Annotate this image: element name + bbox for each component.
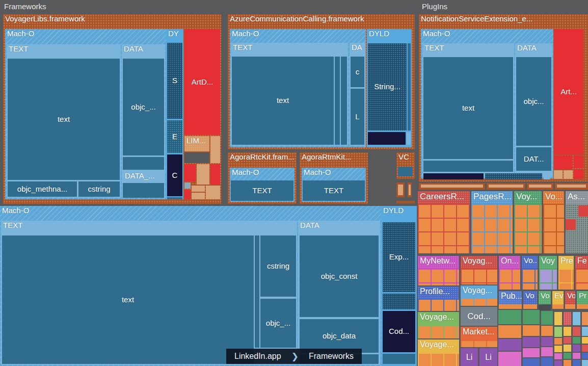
treemap-cell[interactable] — [407, 132, 411, 145]
node-fe[interactable]: Fe — [575, 256, 588, 269]
node-vo[interactable]: Vo — [565, 291, 575, 304]
node-voyage-bundle[interactable]: Voyage... — [418, 312, 459, 325]
breadcrumb-item-section[interactable]: Frameworks — [301, 349, 362, 364]
node-text-section[interactable]: text — [8, 59, 120, 180]
node-ev[interactable]: Ev — [552, 291, 564, 304]
treemap-cell[interactable] — [564, 345, 571, 352]
treemap-cell[interactable] — [197, 164, 209, 185]
node-l[interactable]: L — [351, 89, 364, 145]
treemap-cell[interactable] — [255, 236, 259, 348]
treemap-cell[interactable] — [554, 353, 562, 359]
treemap-cell[interactable] — [514, 204, 542, 253]
node-pre[interactable]: Pre — [558, 256, 574, 269]
node-art[interactable]: Art... — [554, 29, 583, 154]
treemap-cell[interactable] — [335, 57, 340, 145]
breadcrumb-item-app[interactable]: LinkedIn.app — [226, 349, 289, 364]
treemap-cell[interactable] — [539, 304, 551, 310]
node-code-signature[interactable]: Cod... — [383, 311, 415, 352]
treemap-cell[interactable] — [498, 310, 521, 324]
treemap-cell[interactable] — [418, 204, 470, 253]
treemap-cell[interactable] — [554, 155, 573, 169]
treemap-cell[interactable] — [577, 304, 588, 309]
treemap-cell[interactable] — [383, 354, 415, 364]
treemap-cell[interactable] — [582, 345, 588, 352]
node-string[interactable]: String... — [368, 43, 407, 130]
treemap-cell[interactable] — [184, 164, 196, 181]
treemap-cell[interactable] — [573, 312, 580, 325]
node-lim[interactable]: LIM... — [184, 136, 209, 151]
treemap-cell[interactable] — [541, 326, 553, 336]
treemap-cell[interactable] — [544, 173, 550, 179]
treemap-cell[interactable] — [543, 204, 564, 253]
node-text-section[interactable]: text — [423, 57, 513, 159]
treemap-cell[interactable] — [485, 173, 542, 179]
treemap-cell[interactable] — [575, 269, 588, 290]
treemap-cell[interactable] — [573, 345, 580, 352]
node-vo[interactable]: Vo — [539, 291, 551, 304]
node-voy-bundle[interactable]: Voy... — [514, 191, 542, 204]
treemap-cell[interactable] — [123, 183, 164, 198]
node-c[interactable]: c — [351, 57, 364, 87]
treemap-cell[interactable] — [396, 201, 415, 203]
node-objc[interactable]: objc... — [516, 57, 551, 146]
treemap-cell[interactable] — [184, 182, 191, 189]
node-text-section[interactable]: text — [2, 236, 254, 364]
treemap-cell[interactable] — [192, 186, 205, 192]
treemap-cell[interactable] — [523, 358, 540, 366]
treemap-cell[interactable] — [522, 269, 538, 290]
node-vo[interactable]: Vo... — [522, 256, 538, 269]
treemap-cell[interactable] — [398, 185, 403, 195]
treemap-cell[interactable] — [554, 360, 562, 366]
node-careers-bundle[interactable]: CareersR... — [418, 191, 470, 204]
treemap-cell[interactable] — [578, 205, 588, 217]
node-cstring[interactable]: cstring — [260, 236, 296, 297]
treemap-cell[interactable] — [523, 348, 540, 357]
node-pr[interactable]: Pr — [577, 291, 588, 304]
treemap-cell[interactable] — [573, 353, 580, 359]
node-c[interactable]: C — [167, 154, 182, 196]
node-voyag-bundle[interactable]: Voyag... — [461, 256, 497, 269]
treemap-cell[interactable] — [566, 219, 576, 230]
treemap-cell[interactable] — [541, 311, 553, 325]
treemap-cell[interactable] — [582, 312, 588, 325]
node-objc-data[interactable]: objc_data — [300, 319, 379, 353]
treemap-cell[interactable] — [574, 169, 583, 179]
treemap-cell[interactable] — [418, 353, 459, 366]
node-text-segment[interactable]: TEXT — [303, 180, 365, 201]
treemap-cell[interactable] — [471, 204, 513, 253]
treemap-cell[interactable] — [408, 43, 411, 130]
treemap-cell[interactable] — [368, 132, 406, 145]
node-dat[interactable]: DAT... — [516, 147, 551, 171]
node-pages-bundle[interactable]: PagesR... — [471, 191, 513, 204]
treemap-cell[interactable] — [582, 337, 588, 344]
node-text-segment[interactable]: TEXT — [231, 180, 293, 201]
treemap-cell[interactable] — [184, 190, 191, 199]
treemap-cell[interactable] — [499, 304, 522, 309]
treemap-cell[interactable] — [523, 310, 540, 324]
treemap-cell[interactable] — [573, 337, 580, 344]
treemap-cell[interactable] — [554, 327, 562, 337]
treemap-cell[interactable] — [210, 164, 220, 185]
node-voyage-bundle[interactable]: Voyage... — [418, 339, 459, 353]
node-voy[interactable]: Voy — [539, 256, 557, 269]
treemap-cell[interactable] — [409, 185, 411, 195]
treemap-cell[interactable] — [564, 170, 573, 179]
treemap-cell[interactable] — [529, 185, 551, 188]
treemap-cell[interactable] — [461, 298, 497, 306]
treemap-cell[interactable] — [423, 161, 513, 172]
treemap-cell[interactable] — [523, 304, 537, 309]
treemap-cell[interactable] — [398, 167, 413, 176]
treemap-cell[interactable] — [554, 338, 562, 345]
treemap-cell[interactable] — [552, 304, 564, 309]
treemap-cell[interactable] — [461, 340, 497, 347]
treemap-cell[interactable] — [564, 327, 571, 336]
node-objc-methname[interactable]: objc_methna... — [8, 181, 77, 197]
treemap-cell[interactable] — [565, 304, 575, 309]
treemap-cell[interactable] — [123, 157, 164, 170]
treemap-cell[interactable] — [167, 197, 182, 199]
node-cstring[interactable]: cstring — [78, 181, 120, 197]
treemap-cell[interactable] — [210, 136, 220, 163]
treemap-cell[interactable] — [499, 269, 520, 290]
node-vo[interactable]: Vo — [523, 291, 537, 304]
node-pub[interactable]: Pub... — [499, 291, 522, 304]
